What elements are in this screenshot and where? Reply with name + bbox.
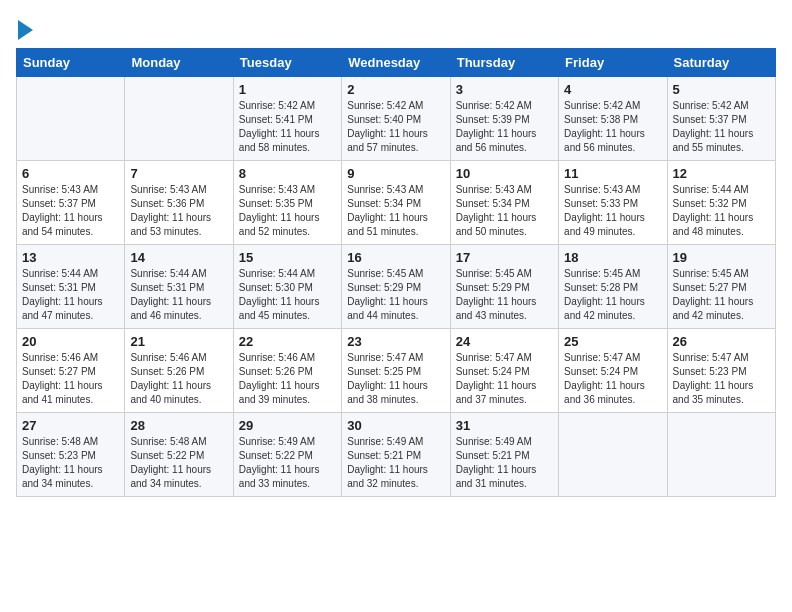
calendar-week-row: 6Sunrise: 5:43 AMSunset: 5:37 PMDaylight… <box>17 160 776 244</box>
cell-content: Sunrise: 5:43 AMSunset: 5:34 PMDaylight:… <box>456 183 553 239</box>
day-number: 22 <box>239 334 336 349</box>
cell-content: Sunrise: 5:44 AMSunset: 5:31 PMDaylight:… <box>22 267 119 323</box>
cell-content: Sunrise: 5:42 AMSunset: 5:38 PMDaylight:… <box>564 99 661 155</box>
day-number: 21 <box>130 334 227 349</box>
cell-content: Sunrise: 5:47 AMSunset: 5:25 PMDaylight:… <box>347 351 444 407</box>
cell-content: Sunrise: 5:42 AMSunset: 5:40 PMDaylight:… <box>347 99 444 155</box>
day-number: 18 <box>564 250 661 265</box>
cell-content: Sunrise: 5:44 AMSunset: 5:30 PMDaylight:… <box>239 267 336 323</box>
day-number: 17 <box>456 250 553 265</box>
cell-content: Sunrise: 5:45 AMSunset: 5:29 PMDaylight:… <box>347 267 444 323</box>
day-number: 1 <box>239 82 336 97</box>
calendar-cell: 16Sunrise: 5:45 AMSunset: 5:29 PMDayligh… <box>342 244 450 328</box>
day-number: 28 <box>130 418 227 433</box>
cell-content: Sunrise: 5:43 AMSunset: 5:33 PMDaylight:… <box>564 183 661 239</box>
calendar-cell: 25Sunrise: 5:47 AMSunset: 5:24 PMDayligh… <box>559 328 667 412</box>
cell-content: Sunrise: 5:49 AMSunset: 5:21 PMDaylight:… <box>347 435 444 491</box>
day-number: 13 <box>22 250 119 265</box>
calendar-cell <box>125 76 233 160</box>
calendar-cell: 19Sunrise: 5:45 AMSunset: 5:27 PMDayligh… <box>667 244 775 328</box>
calendar-cell: 7Sunrise: 5:43 AMSunset: 5:36 PMDaylight… <box>125 160 233 244</box>
day-number: 2 <box>347 82 444 97</box>
calendar-cell: 23Sunrise: 5:47 AMSunset: 5:25 PMDayligh… <box>342 328 450 412</box>
calendar-cell: 4Sunrise: 5:42 AMSunset: 5:38 PMDaylight… <box>559 76 667 160</box>
calendar-cell: 1Sunrise: 5:42 AMSunset: 5:41 PMDaylight… <box>233 76 341 160</box>
day-number: 20 <box>22 334 119 349</box>
cell-content: Sunrise: 5:48 AMSunset: 5:23 PMDaylight:… <box>22 435 119 491</box>
day-number: 16 <box>347 250 444 265</box>
calendar-cell: 21Sunrise: 5:46 AMSunset: 5:26 PMDayligh… <box>125 328 233 412</box>
calendar-table: SundayMondayTuesdayWednesdayThursdayFrid… <box>16 48 776 497</box>
day-header: Monday <box>125 48 233 76</box>
cell-content: Sunrise: 5:47 AMSunset: 5:24 PMDaylight:… <box>564 351 661 407</box>
calendar-cell: 22Sunrise: 5:46 AMSunset: 5:26 PMDayligh… <box>233 328 341 412</box>
day-header: Sunday <box>17 48 125 76</box>
day-number: 24 <box>456 334 553 349</box>
cell-content: Sunrise: 5:46 AMSunset: 5:27 PMDaylight:… <box>22 351 119 407</box>
day-number: 3 <box>456 82 553 97</box>
calendar-cell: 31Sunrise: 5:49 AMSunset: 5:21 PMDayligh… <box>450 412 558 496</box>
day-number: 12 <box>673 166 770 181</box>
day-number: 9 <box>347 166 444 181</box>
calendar-cell: 8Sunrise: 5:43 AMSunset: 5:35 PMDaylight… <box>233 160 341 244</box>
calendar-cell: 24Sunrise: 5:47 AMSunset: 5:24 PMDayligh… <box>450 328 558 412</box>
calendar-body: 1Sunrise: 5:42 AMSunset: 5:41 PMDaylight… <box>17 76 776 496</box>
day-header: Saturday <box>667 48 775 76</box>
cell-content: Sunrise: 5:42 AMSunset: 5:37 PMDaylight:… <box>673 99 770 155</box>
day-number: 25 <box>564 334 661 349</box>
calendar-cell: 10Sunrise: 5:43 AMSunset: 5:34 PMDayligh… <box>450 160 558 244</box>
calendar-week-row: 20Sunrise: 5:46 AMSunset: 5:27 PMDayligh… <box>17 328 776 412</box>
cell-content: Sunrise: 5:45 AMSunset: 5:27 PMDaylight:… <box>673 267 770 323</box>
cell-content: Sunrise: 5:44 AMSunset: 5:31 PMDaylight:… <box>130 267 227 323</box>
calendar-cell: 17Sunrise: 5:45 AMSunset: 5:29 PMDayligh… <box>450 244 558 328</box>
page-header <box>16 16 776 40</box>
day-number: 7 <box>130 166 227 181</box>
cell-content: Sunrise: 5:43 AMSunset: 5:36 PMDaylight:… <box>130 183 227 239</box>
calendar-cell <box>17 76 125 160</box>
calendar-cell: 14Sunrise: 5:44 AMSunset: 5:31 PMDayligh… <box>125 244 233 328</box>
cell-content: Sunrise: 5:46 AMSunset: 5:26 PMDaylight:… <box>239 351 336 407</box>
day-header: Friday <box>559 48 667 76</box>
calendar-cell: 27Sunrise: 5:48 AMSunset: 5:23 PMDayligh… <box>17 412 125 496</box>
calendar-cell: 20Sunrise: 5:46 AMSunset: 5:27 PMDayligh… <box>17 328 125 412</box>
calendar-cell: 11Sunrise: 5:43 AMSunset: 5:33 PMDayligh… <box>559 160 667 244</box>
calendar-cell: 13Sunrise: 5:44 AMSunset: 5:31 PMDayligh… <box>17 244 125 328</box>
calendar-cell <box>667 412 775 496</box>
logo <box>16 16 33 40</box>
calendar-week-row: 13Sunrise: 5:44 AMSunset: 5:31 PMDayligh… <box>17 244 776 328</box>
calendar-cell: 29Sunrise: 5:49 AMSunset: 5:22 PMDayligh… <box>233 412 341 496</box>
cell-content: Sunrise: 5:42 AMSunset: 5:41 PMDaylight:… <box>239 99 336 155</box>
day-header: Wednesday <box>342 48 450 76</box>
calendar-cell: 26Sunrise: 5:47 AMSunset: 5:23 PMDayligh… <box>667 328 775 412</box>
cell-content: Sunrise: 5:42 AMSunset: 5:39 PMDaylight:… <box>456 99 553 155</box>
cell-content: Sunrise: 5:47 AMSunset: 5:24 PMDaylight:… <box>456 351 553 407</box>
calendar-week-row: 1Sunrise: 5:42 AMSunset: 5:41 PMDaylight… <box>17 76 776 160</box>
day-header: Thursday <box>450 48 558 76</box>
cell-content: Sunrise: 5:45 AMSunset: 5:28 PMDaylight:… <box>564 267 661 323</box>
day-header: Tuesday <box>233 48 341 76</box>
calendar-cell: 18Sunrise: 5:45 AMSunset: 5:28 PMDayligh… <box>559 244 667 328</box>
calendar-cell: 15Sunrise: 5:44 AMSunset: 5:30 PMDayligh… <box>233 244 341 328</box>
cell-content: Sunrise: 5:46 AMSunset: 5:26 PMDaylight:… <box>130 351 227 407</box>
calendar-cell: 28Sunrise: 5:48 AMSunset: 5:22 PMDayligh… <box>125 412 233 496</box>
day-number: 23 <box>347 334 444 349</box>
cell-content: Sunrise: 5:45 AMSunset: 5:29 PMDaylight:… <box>456 267 553 323</box>
day-number: 30 <box>347 418 444 433</box>
calendar-cell: 30Sunrise: 5:49 AMSunset: 5:21 PMDayligh… <box>342 412 450 496</box>
day-number: 26 <box>673 334 770 349</box>
day-number: 5 <box>673 82 770 97</box>
day-number: 27 <box>22 418 119 433</box>
day-number: 10 <box>456 166 553 181</box>
calendar-header-row: SundayMondayTuesdayWednesdayThursdayFrid… <box>17 48 776 76</box>
day-number: 31 <box>456 418 553 433</box>
cell-content: Sunrise: 5:49 AMSunset: 5:21 PMDaylight:… <box>456 435 553 491</box>
cell-content: Sunrise: 5:47 AMSunset: 5:23 PMDaylight:… <box>673 351 770 407</box>
calendar-cell <box>559 412 667 496</box>
day-number: 4 <box>564 82 661 97</box>
calendar-cell: 2Sunrise: 5:42 AMSunset: 5:40 PMDaylight… <box>342 76 450 160</box>
cell-content: Sunrise: 5:49 AMSunset: 5:22 PMDaylight:… <box>239 435 336 491</box>
calendar-cell: 3Sunrise: 5:42 AMSunset: 5:39 PMDaylight… <box>450 76 558 160</box>
day-number: 6 <box>22 166 119 181</box>
calendar-week-row: 27Sunrise: 5:48 AMSunset: 5:23 PMDayligh… <box>17 412 776 496</box>
cell-content: Sunrise: 5:43 AMSunset: 5:35 PMDaylight:… <box>239 183 336 239</box>
